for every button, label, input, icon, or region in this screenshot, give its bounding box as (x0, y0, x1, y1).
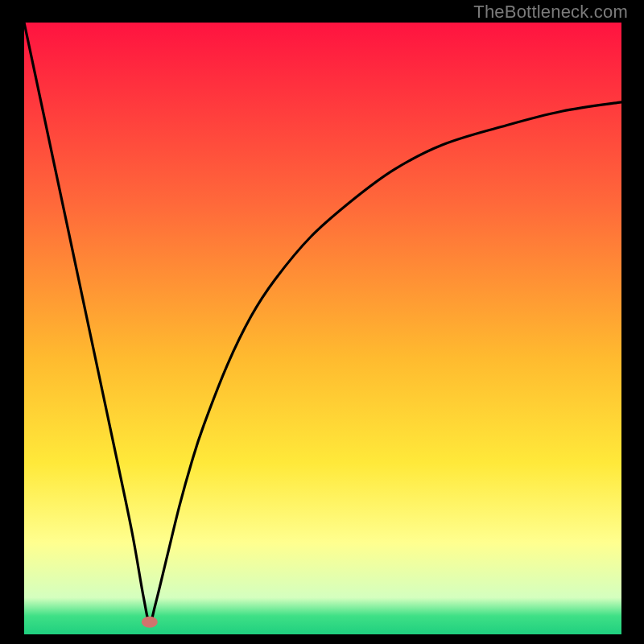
plot-background (24, 23, 621, 634)
bottleneck-chart (24, 23, 621, 634)
chart-frame: TheBottleneck.com (0, 0, 644, 644)
minimum-marker (142, 617, 158, 628)
watermark-label: TheBottleneck.com (473, 2, 628, 23)
